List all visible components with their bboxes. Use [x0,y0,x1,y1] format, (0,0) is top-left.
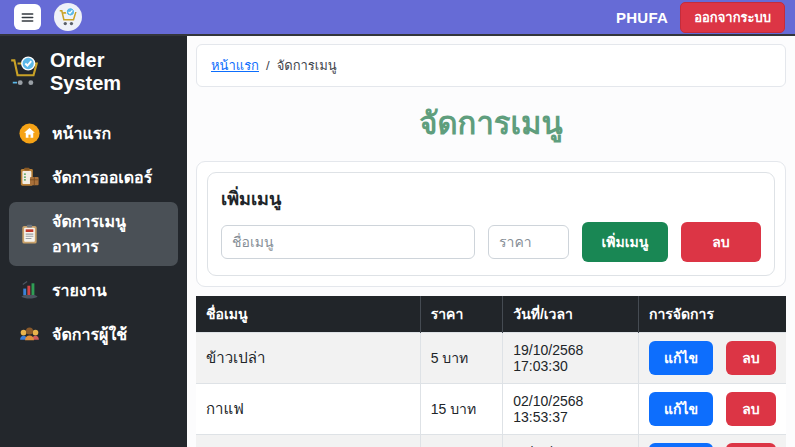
add-menu-card: เพิ่มเมนู เพิ่มเมนู ลบ [196,161,786,287]
hamburger-icon [20,10,35,25]
menu-name-input[interactable] [221,225,475,259]
sidebar-item-label: จัดการออเดอร์ [52,165,152,190]
users-icon [18,323,41,346]
table-row: ข้าวเปล่า 5 บาท 19/10/2568 17:03:30 แก้ไ… [196,333,786,384]
sidebar-item-menu[interactable]: จัดการเมนูอาหาร [9,202,178,266]
datetime-cell: 19/10/2568 17:03:30 [503,333,639,384]
edit-row-button[interactable]: แก้ไข [649,341,713,375]
add-menu-button[interactable]: เพิ่มเมนู [582,222,668,262]
topbar: PHUFA ออกจากระบบ [0,0,795,36]
sidebar-nav: หน้าแรก จัดการออเดอร์ [0,105,187,363]
breadcrumb-home-link[interactable]: หน้าแรก [211,55,259,76]
sidebar-brand: Order System [0,36,187,105]
column-header-price: ราคา [420,296,503,333]
price-input[interactable] [488,225,569,259]
home-icon [18,122,41,145]
price-cell: 10 บาท [420,435,503,447]
sidebar-item-label: จัดการผู้ใช้ [52,322,127,347]
delete-row-button[interactable]: ลบ [726,341,776,375]
page-title: จัดการเมนู [196,98,786,148]
sidebar-item-label: หน้าแรก [52,121,111,146]
menu-name-cell: กาแฟ [196,384,420,435]
table-header-row: ชื่อเมนู ราคา วันที่/เวลา การจัดการ [196,296,786,333]
datetime-cell: 02/10/2568 13:53:15 [503,435,639,447]
add-menu-form: เพิ่มเมนู เพิ่มเมนู ลบ [207,172,775,276]
breadcrumb-current: จัดการเมนู [277,55,337,76]
cart-logo-icon [57,6,79,28]
username-text: PHUFA [616,9,668,26]
column-header-actions: การจัดการ [638,296,786,333]
sidebar-item-home[interactable]: หน้าแรก [9,114,178,153]
column-header-datetime: วันที่/เวลา [503,296,639,333]
delete-row-button[interactable]: ลบ [726,392,776,426]
menu-icon [18,223,41,246]
sidebar-item-users[interactable]: จัดการผู้ใช้ [9,315,178,354]
edit-row-button[interactable]: แก้ไข [649,392,713,426]
form-title: เพิ่มเมนู [221,184,761,213]
hamburger-button[interactable] [14,4,41,30]
actions-cell: แก้ไข ลบ [638,384,786,435]
breadcrumb: หน้าแรก / จัดการเมนู [196,44,786,87]
price-cell: 15 บาท [420,384,503,435]
sidebar: Order System หน้าแรก [0,36,187,447]
table-row: น้ำแดง 10 บาท 02/10/2568 13:53:15 แก้ไข … [196,435,786,447]
cart-logo-icon [8,55,42,89]
datetime-cell: 02/10/2568 13:53:37 [503,384,639,435]
menu-name-cell: ข้าวเปล่า [196,333,420,384]
app-logo [54,3,82,31]
column-header-name: ชื่อเมนู [196,296,420,333]
delete-menu-button[interactable]: ลบ [681,222,761,262]
price-cell: 5 บาท [420,333,503,384]
main-content: หน้าแรก / จัดการเมนู จัดการเมนู เพิ่มเมน… [187,36,795,447]
report-icon [18,279,41,302]
sidebar-item-orders[interactable]: จัดการออเดอร์ [9,158,178,197]
menu-table: ชื่อเมนู ราคา วันที่/เวลา การจัดการ ข้าว… [196,296,786,447]
breadcrumb-separator: / [266,58,270,73]
menu-name-cell: น้ำแดง [196,435,420,447]
actions-cell: แก้ไข ลบ [638,435,786,447]
sidebar-item-label: จัดการเมนูอาหาร [52,209,169,259]
sidebar-item-label: รายงาน [52,278,107,303]
sidebar-item-reports[interactable]: รายงาน [9,271,178,310]
brand-title: Order System [50,49,177,95]
edit-row-button[interactable]: แก้ไข [649,443,713,447]
orders-icon [18,166,41,189]
delete-row-button[interactable]: ลบ [726,443,776,447]
actions-cell: แก้ไข ลบ [638,333,786,384]
table-row: กาแฟ 15 บาท 02/10/2568 13:53:37 แก้ไข ลบ [196,384,786,435]
logout-button[interactable]: ออกจากระบบ [680,2,785,33]
